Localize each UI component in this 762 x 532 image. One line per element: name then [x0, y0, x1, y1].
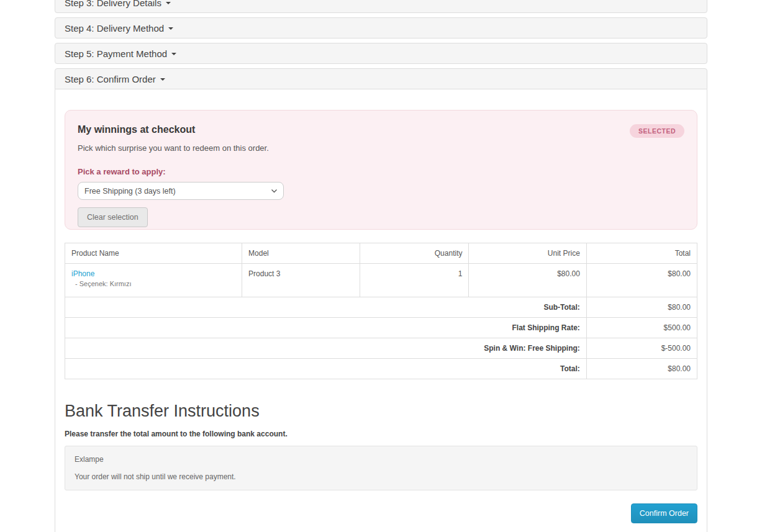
total-row-total: Total: $80.00	[65, 359, 697, 379]
buttons-row: Confirm Order	[65, 503, 697, 523]
total-row-flat-shipping: Flat Shipping Rate: $500.00	[65, 318, 697, 338]
confirm-order-button[interactable]: Confirm Order	[631, 503, 697, 523]
bank-account-name: Exlampe	[75, 455, 687, 464]
column-header-total: Total	[586, 243, 697, 264]
product-total-cell: $80.00	[586, 264, 697, 297]
column-header-quantity: Quantity	[360, 243, 469, 264]
step4-label: Step 4: Delivery Method	[65, 23, 164, 34]
caret-down-icon	[166, 2, 171, 4]
checkout-page: Step 3: Delivery Details Step 4: Deliver…	[55, 0, 707, 532]
reward-select[interactable]: Free Shipping (3 days left)	[78, 182, 284, 200]
spin-win-value: $-500.00	[586, 338, 697, 359]
product-quantity-cell: 1	[360, 264, 469, 297]
caret-down-icon	[168, 27, 173, 30]
total-row-spin-win: Spin & Win: Free Shipping: $-500.00	[65, 338, 697, 359]
flat-shipping-label: Flat Shipping Rate:	[65, 318, 587, 338]
product-unit-price-cell: $80.00	[469, 264, 586, 297]
table-row: iPhone - Seçenek: Kırmızı Product 3 1 $8…	[65, 264, 697, 297]
caret-down-icon	[171, 53, 176, 55]
subtotal-value: $80.00	[586, 297, 697, 318]
confirm-order-panel: My winnings at checkout SELECTED Pick wh…	[55, 89, 707, 532]
winnings-subtitle: Pick which surprise you want to redeem o…	[78, 143, 684, 153]
spin-win-label: Spin & Win: Free Shipping:	[65, 338, 587, 359]
accordion-step5-payment-method[interactable]: Step 5: Payment Method	[55, 43, 707, 64]
product-name-link[interactable]: iPhone	[71, 269, 94, 278]
subtotal-label: Sub-Total:	[65, 297, 587, 318]
reward-label: Pick a reward to apply:	[78, 167, 684, 176]
total-row-subtotal: Sub-Total: $80.00	[65, 297, 697, 318]
bank-details-well: Exlampe Your order will not ship until w…	[65, 446, 697, 490]
accordion-step6-confirm-order[interactable]: Step 6: Confirm Order	[55, 68, 707, 89]
flat-shipping-value: $500.00	[586, 318, 697, 338]
column-header-unit-price: Unit Price	[469, 243, 586, 264]
column-header-product-name: Product Name	[65, 243, 242, 264]
step6-label: Step 6: Confirm Order	[65, 74, 156, 84]
clear-selection-button[interactable]: Clear selection	[78, 207, 148, 227]
winnings-panel: My winnings at checkout SELECTED Pick wh…	[65, 110, 697, 230]
total-label: Total:	[65, 359, 587, 379]
order-summary-table: Product Name Model Quantity Unit Price T…	[65, 243, 697, 379]
column-header-model: Model	[242, 243, 360, 264]
payment-note: Your order will not ship until we receiv…	[75, 472, 687, 481]
accordion-step3-delivery-details[interactable]: Step 3: Delivery Details	[55, 0, 707, 13]
accordion-step4-delivery-method[interactable]: Step 4: Delivery Method	[55, 17, 707, 38]
step3-label: Step 3: Delivery Details	[65, 0, 161, 8]
table-header-row: Product Name Model Quantity Unit Price T…	[65, 243, 697, 264]
bank-instruction-text: Please transfer the total amount to the …	[65, 430, 697, 438]
step5-label: Step 5: Payment Method	[65, 48, 167, 59]
total-value: $80.00	[586, 359, 697, 379]
product-option-text: - Seçenek: Kırmızı	[71, 280, 235, 287]
caret-down-icon	[160, 78, 165, 81]
product-model-cell: Product 3	[242, 264, 360, 297]
bank-transfer-heading: Bank Transfer Instructions	[65, 402, 697, 421]
selected-badge: SELECTED	[630, 124, 684, 138]
winnings-title: My winnings at checkout	[78, 124, 195, 135]
